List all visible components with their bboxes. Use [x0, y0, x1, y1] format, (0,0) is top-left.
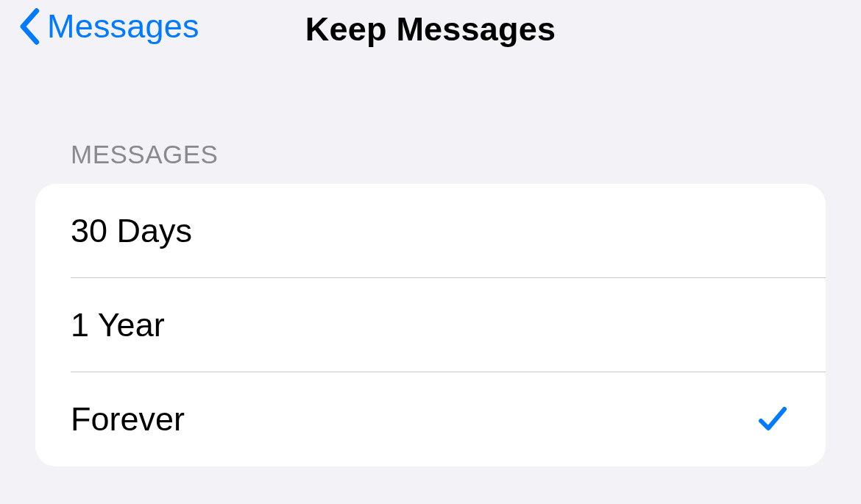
- option-label: 1 Year: [71, 306, 165, 344]
- option-label: 30 Days: [71, 212, 192, 250]
- content-area: MESSAGES 30 Days 1 Year Forever: [0, 140, 861, 466]
- back-button[interactable]: Messages: [18, 7, 199, 46]
- options-list: 30 Days 1 Year Forever: [35, 184, 826, 466]
- section-header: MESSAGES: [35, 140, 826, 169]
- page-title: Keep Messages: [305, 10, 556, 49]
- back-label: Messages: [47, 7, 199, 46]
- option-30-days[interactable]: 30 Days: [35, 184, 826, 278]
- checkmark-icon: [755, 402, 790, 437]
- option-forever[interactable]: Forever: [35, 372, 826, 466]
- option-1-year[interactable]: 1 Year: [35, 278, 826, 372]
- chevron-left-icon: [18, 8, 43, 45]
- option-label: Forever: [71, 400, 185, 439]
- navigation-bar: Messages Keep Messages: [0, 0, 861, 66]
